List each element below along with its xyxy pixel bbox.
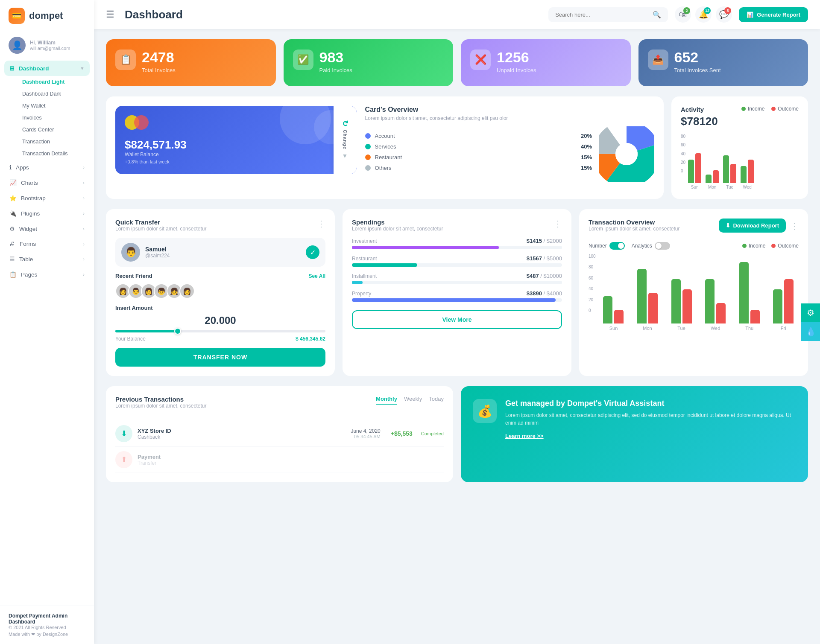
income-bar-mon [706,175,712,183]
friend-avatar-6[interactable]: 👩 [179,283,195,299]
to-title: Transaction Overview [589,219,679,226]
search-bar[interactable]: 🔍 [548,7,668,22]
pt-tab-weekly[interactable]: Weekly [404,396,422,405]
pt-title-group: Previous Transactions Lorem ipsum dolor … [115,396,206,415]
slider-thumb[interactable] [174,328,181,335]
total-sent-label: Total Invoices Sent [674,67,721,73]
pt-tab-monthly[interactable]: Monthly [376,396,397,405]
subitem-transaction-details[interactable]: Transaction Details [18,148,90,160]
to-bar-pair [637,269,658,323]
unpaid-invoices-icon: ❌ [470,50,491,70]
subitem-cards-center[interactable]: Cards Center [18,124,90,136]
insert-amount-label: Insert Amount [115,305,325,311]
card-overview-desc: Lorem ipsum dolor sit amet, consectetur … [365,115,654,121]
transaction-overview-card: Transaction Overview Lorem ipsum dolor s… [579,209,808,376]
content-area: 📋 2478 Total Invoices ✅ 983 Paid Invoice… [94,29,820,644]
spending-item-property: Property $3890 / $4000 [352,290,562,302]
dashboard-icon: ⊞ [9,65,15,72]
user-greeting: Hi, William [30,40,70,46]
amount-slider[interactable] [115,330,325,332]
sidebar-item-apps[interactable]: ℹ Apps › [4,160,90,175]
number-toggle[interactable] [609,242,625,250]
total-sent-info: 652 Total Invoices Sent [674,50,721,73]
activity-legend: Income Outcome [741,106,799,112]
logo-icon: 💳 [9,8,25,24]
to-bar-pair [603,296,624,323]
quick-transfer-card: Quick Transfer Lorem ipsum dolor sit ame… [106,209,335,376]
quick-transfer-menu-button[interactable]: ⋮ [317,219,325,229]
transfer-now-button[interactable]: TRANSFER NOW [115,348,325,367]
pt-desc: Lorem ipsum dolor sit amet, consectetur [115,403,206,409]
water-float-button[interactable]: 💧 [801,322,820,341]
y-60: 60 [589,276,596,280]
notification-button[interactable]: 🔔 12 [695,6,712,23]
sidebar-item-pages[interactable]: 📋 Pages › [4,267,90,282]
card-overview-title: Card's Overview [365,106,654,114]
to-bar-label-mon: Mon [643,326,652,331]
generate-report-button[interactable]: 📊 Generate Report [739,7,808,22]
restaurant-dot [365,154,371,160]
download-report-button[interactable]: ⬇ Download Report [719,219,786,233]
pt-tab-today[interactable]: Today [429,396,444,405]
installment-label: Installment [352,273,377,279]
sidebar-item-table[interactable]: ☰ Table › [4,251,90,267]
subitem-transaction[interactable]: Transaction [18,136,90,148]
subitem-dashboard-dark[interactable]: Dashboard Dark [18,88,90,100]
tx-name: XYZ Store ID [138,428,171,434]
search-input[interactable] [555,12,649,18]
balance-label: Your Balance [115,336,146,342]
restaurant-label: Restaurant [352,256,377,262]
outcome-dot [771,244,776,248]
spendings-title-group: Spendings Lorem ipsum dolor sit amet, co… [352,219,443,238]
message-button[interactable]: 💬 5 [716,6,732,23]
see-all-button[interactable]: See All [308,273,325,279]
sidebar-item-charts[interactable]: 📈 Charts › [4,175,90,190]
restaurant-fill [352,263,417,267]
income-label: Income [748,106,764,112]
table-icon: ☰ [9,256,15,262]
to-menu-button[interactable]: ⋮ [790,221,799,231]
subitem-my-wallet[interactable]: My Wallet [18,100,90,112]
topbar-icons: 🛍 2 🔔 12 💬 5 [675,6,732,23]
services-pct: 40% [581,143,592,150]
bar-chart: Sun Mon [688,134,799,189]
analytics-toggle[interactable] [655,242,670,250]
chevron-down-small-icon: ▼ [342,152,348,160]
banner-link[interactable]: Learn more >> [505,433,544,439]
sidebar-item-widget[interactable]: ⚙ Widget › [4,221,90,236]
property-bar [352,298,562,302]
hamburger-button[interactable]: ☰ [106,9,114,20]
property-fill [352,298,556,302]
cart-button[interactable]: 🛍 2 [675,6,691,23]
tx-date: June 4, 2020 05:34:45 AM [351,428,380,439]
recent-friends-header: Recent Friend See All [115,273,325,279]
view-more-button[interactable]: View More [352,310,562,329]
topbar: ☰ Dashboard 🔍 🛍 2 🔔 12 💬 5 📊 Generate Re… [94,0,820,29]
outcome-dot [771,107,776,111]
subitem-invoices[interactable]: Invoices [18,112,90,124]
income-bar-mon [637,269,647,323]
logo[interactable]: 💳 dompet [0,0,94,32]
download-icon: ⬇ [726,222,730,229]
outcome-legend: Outcome [771,243,799,249]
spending-item-investment: Investment $1415 / $2000 [352,238,562,249]
chevron-right-icon: › [83,242,85,247]
outcome-bar-fri [784,279,794,323]
footer-made: Made with ❤ by DesignZone [9,632,85,637]
to-bar-label-thu: Thu [745,326,753,331]
bar-label-tue: Tue [726,185,733,189]
wallet-change-button[interactable]: ↻ Change ▼ [334,106,357,174]
spendings-menu-button[interactable]: ⋮ [554,219,562,229]
to-bar-wed: Wed [700,279,731,331]
sidebar-item-label: Forms [20,241,36,247]
total-invoices-icon: 📋 [115,50,136,70]
outcome-bar-tue [682,289,692,323]
settings-float-button[interactable]: ⚙ [801,303,820,322]
sidebar-item-bootstrap[interactable]: ⭐ Bootstrap › [4,190,90,206]
subitem-dashboard-light[interactable]: Dashboard Light [18,76,90,88]
mc-circle-red [134,115,149,130]
sidebar-item-forms[interactable]: 🖨 Forms › [4,236,90,251]
sidebar-item-plugins[interactable]: 🔌 Plugins › [4,206,90,221]
activity-card: Activity $78120 Income Outcome [671,96,808,199]
sidebar-item-dashboard[interactable]: ⊞ Dashboard ▼ [4,61,90,76]
